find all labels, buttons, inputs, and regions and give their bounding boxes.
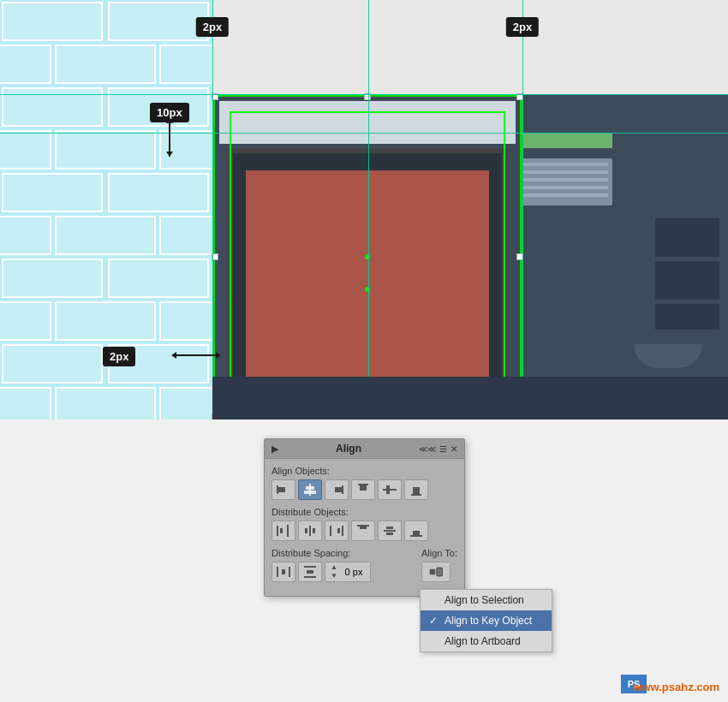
svg-rect-0 — [277, 485, 278, 494]
dark-box-2 — [655, 261, 719, 300]
svg-rect-7 — [358, 484, 368, 485]
spacing-h-btn[interactable] — [272, 562, 295, 582]
dropdown-item-selection[interactable]: Align to Selection — [421, 590, 552, 610]
svg-rect-3 — [306, 486, 314, 490]
svg-text:↓: ↓ — [439, 569, 441, 574]
collapse-arrow: ▶ — [272, 443, 278, 455]
distribute-objects-label: Distribute Objects: — [272, 507, 457, 517]
check-active: ✓ — [429, 615, 439, 627]
green-dot-2 — [365, 287, 370, 292]
dist-bottom-btn[interactable] — [404, 521, 428, 541]
dropdown-item-key-object[interactable]: ✓ Align to Key Object — [421, 610, 552, 631]
align-panel: ▶ Align ≪≪ ☰ ✕ Align Objects: — [264, 438, 465, 597]
panel-close-btn[interactable]: ✕ — [451, 444, 457, 454]
green-dot-1 — [365, 254, 370, 259]
dark-box-3 — [655, 304, 719, 330]
check-empty-1 — [429, 594, 439, 606]
svg-rect-6 — [335, 487, 342, 492]
svg-rect-4 — [304, 491, 316, 494]
distribute-objects-row — [272, 521, 457, 541]
svg-rect-35 — [430, 569, 436, 575]
align-right-btn[interactable] — [325, 479, 349, 500]
spacing-stepper[interactable]: ▲ ▼ — [328, 563, 340, 580]
height-indicator: 10px — [150, 94, 189, 157]
check-empty-2 — [429, 635, 439, 647]
canvas-area: 2px 2px 10px 2px — [0, 0, 728, 419]
dropdown-label-selection: Align to Selection — [445, 594, 524, 606]
watermark-text: www.psahz.com — [633, 681, 719, 693]
spacing-v-btn[interactable] — [298, 562, 322, 582]
align-bottom-btn[interactable] — [404, 479, 428, 500]
panel-collapse-btn[interactable]: ≪≪ — [419, 444, 436, 454]
h-guide-2 — [0, 133, 728, 134]
measure-label-left: 2px — [103, 347, 135, 366]
svg-rect-8 — [360, 485, 367, 491]
navy-bottom-strip — [212, 377, 728, 419]
svg-rect-19 — [342, 526, 343, 536]
align-left-btn[interactable] — [272, 479, 295, 500]
align-to-dropdown-btn[interactable]: ↓ — [421, 562, 451, 582]
svg-rect-11 — [411, 494, 421, 496]
dropdown-label-artboard: Align to Artboard — [445, 635, 521, 647]
svg-rect-14 — [280, 528, 283, 533]
measure-label-top-right: 2px — [506, 17, 539, 37]
distribute-spacing-row: ▲ ▼ — [272, 562, 371, 582]
panel-controls: ≪≪ ☰ ✕ — [419, 444, 457, 454]
brown-rect — [246, 170, 489, 386]
svg-rect-34 — [307, 570, 313, 574]
align-top-btn[interactable] — [351, 479, 375, 500]
panel-menu-btn[interactable]: ☰ — [439, 444, 447, 454]
svg-rect-20 — [337, 528, 340, 533]
svg-rect-18 — [313, 528, 315, 533]
svg-rect-12 — [413, 487, 420, 494]
svg-rect-23 — [360, 526, 367, 529]
main-block — [212, 94, 522, 419]
dist-center-v-btn[interactable] — [378, 521, 402, 541]
align-panel-body: Align Objects: — [265, 459, 464, 596]
distribute-spacing-label: Distribute Spacing: — [272, 548, 371, 558]
svg-rect-28 — [413, 531, 420, 535]
inner-frame — [228, 148, 507, 404]
svg-rect-13 — [277, 526, 278, 536]
dist-right-btn[interactable] — [325, 521, 349, 541]
svg-rect-16 — [309, 526, 311, 536]
svg-rect-24 — [384, 530, 396, 532]
align-center-v-btn[interactable] — [378, 479, 402, 500]
ruler-shape — [514, 158, 612, 205]
left-arrow-indicator — [171, 352, 221, 359]
align-objects-row — [272, 479, 457, 500]
align-objects-label: Align Objects: — [272, 466, 457, 476]
bowl-shape — [634, 344, 702, 368]
svg-rect-15 — [287, 525, 289, 537]
svg-rect-31 — [282, 569, 285, 574]
svg-rect-21 — [330, 526, 331, 536]
align-to-label: Align To: — [421, 548, 457, 558]
svg-rect-25 — [386, 526, 393, 529]
svg-rect-22 — [357, 525, 369, 526]
dropdown-label-key-object: Align to Key Object — [445, 615, 532, 627]
measure-label-top-left: 2px — [196, 17, 229, 37]
svg-rect-29 — [277, 567, 278, 577]
svg-rect-10 — [386, 485, 390, 494]
svg-rect-30 — [289, 567, 290, 577]
dist-center-h-btn[interactable] — [298, 521, 322, 541]
svg-rect-1 — [278, 487, 285, 492]
dark-right-panel — [505, 94, 728, 419]
align-center-h-btn[interactable] — [298, 479, 322, 500]
align-panel-title: Align — [336, 443, 361, 455]
dropdown-item-artboard[interactable]: Align to Artboard — [421, 631, 552, 651]
svg-rect-17 — [305, 528, 307, 533]
svg-rect-26 — [386, 532, 393, 535]
white-top-bar — [219, 101, 516, 144]
dist-left-btn[interactable] — [272, 521, 295, 541]
dark-box-1 — [655, 218, 719, 257]
v-guide-2 — [368, 0, 369, 419]
align-panel-header[interactable]: ▶ Align ≪≪ ☰ ✕ — [265, 439, 464, 459]
align-to-section: ↓ — [421, 562, 457, 582]
svg-rect-32 — [304, 566, 316, 568]
spacing-input[interactable] — [340, 563, 367, 580]
svg-rect-5 — [342, 485, 343, 494]
align-to-dropdown-menu: Align to Selection ✓ Align to Key Object… — [420, 589, 552, 652]
dist-top-btn[interactable] — [351, 521, 375, 541]
h-guide-1 — [0, 94, 728, 95]
